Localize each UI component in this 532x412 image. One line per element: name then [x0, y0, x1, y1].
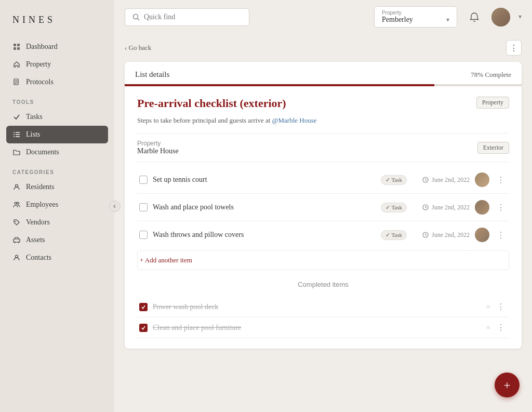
sidebar-item-dashboard[interactable]: Dashboard	[6, 38, 108, 56]
sidebar-item-lists-label: Lists	[26, 130, 40, 139]
app-logo: NINES	[0, 0, 114, 38]
property-selector[interactable]: Property Pemberley ▾	[374, 6, 457, 28]
content: ‹ Go back ⋮ List details 78% Complete Pr…	[114, 34, 532, 412]
clock-icon	[422, 204, 429, 210]
sidebar-item-residents[interactable]: Residents	[6, 178, 108, 196]
task-row: Set up tennis court ✓ Task June 2nd, 202…	[137, 166, 509, 194]
sidebar-item-tasks[interactable]: Tasks	[6, 108, 108, 126]
task-badge-2: ✓ Task	[381, 203, 407, 212]
checklist-property-tag: Property	[476, 97, 509, 109]
clock-icon	[422, 232, 429, 238]
task-avatar-2	[475, 200, 489, 215]
task-checkbox-3[interactable]	[139, 231, 148, 239]
task-checkbox-1[interactable]	[139, 176, 148, 184]
sidebar-item-assets[interactable]: Assets	[6, 231, 108, 249]
completed-more-button-2[interactable]: ⋮	[495, 323, 507, 333]
sidebar-categories-nav: Residents Employees Vendors Assets Conta…	[0, 178, 114, 267]
task-avatar-3	[475, 228, 489, 242]
add-item-label: + Add another item	[140, 256, 192, 264]
task-row: Wash and place pool towels ✓ Task June 2…	[137, 194, 509, 221]
checklist-body: Pre-arrival checklist (exterior) Propert…	[125, 86, 522, 349]
sidebar-item-residents-label: Residents	[26, 183, 54, 191]
task-row: Wash throws and pillow covers ✓ Task Jun…	[137, 221, 509, 248]
property-meta-value: Marble House	[137, 147, 179, 155]
folder-icon	[12, 148, 21, 156]
search-input[interactable]	[144, 13, 227, 21]
sidebar-item-lists[interactable]: Lists	[6, 126, 108, 143]
sidebar-item-protocols-label: Protocols	[26, 78, 54, 86]
completed-more-button-1[interactable]: ⋮	[495, 302, 507, 312]
sidebar-item-contacts[interactable]: Contacts	[6, 249, 108, 267]
task-more-button-1[interactable]: ⋮	[495, 175, 507, 185]
person-icon	[12, 183, 21, 191]
completed-header: Completed items	[137, 272, 509, 297]
property-meta-label: Property	[137, 140, 179, 147]
task-badge-1: ✓ Task	[381, 175, 407, 185]
search-icon	[132, 14, 140, 21]
svg-rect-18	[14, 239, 20, 242]
completed-checkbox-1[interactable]	[139, 303, 148, 311]
sidebar-item-assets-label: Assets	[26, 236, 45, 244]
drag-handle-icon-2: ≡	[486, 324, 490, 332]
sidebar-item-property[interactable]: Property	[6, 56, 108, 73]
tools-section-label: TOOLS	[0, 91, 114, 108]
sidebar-item-contacts-label: Contacts	[26, 254, 51, 262]
checklist-meta: Property Marble House Exterior	[137, 133, 509, 162]
sidebar-item-tasks-label: Tasks	[26, 113, 43, 121]
checklist-card: List details 78% Complete Pre-arrival ch…	[125, 62, 522, 349]
back-button[interactable]: ‹ Go back	[125, 44, 151, 52]
sidebar-collapse-button[interactable]	[109, 201, 121, 212]
property-selector-label: Property	[382, 10, 449, 16]
svg-point-22	[134, 14, 138, 19]
topbar: Property Pemberley ▾ ▾	[114, 0, 532, 34]
task-name-3: Wash throws and pillow covers	[153, 231, 376, 239]
task-date-text-3: June 2nd, 2022	[432, 231, 470, 239]
checklist-meta-left: Property Marble House	[137, 140, 179, 155]
fab-icon: +	[503, 378, 511, 392]
tag-icon	[12, 218, 21, 227]
list-icon	[12, 130, 21, 139]
task-list: Set up tennis court ✓ Task June 2nd, 202…	[137, 166, 509, 248]
completed-actions-1: ≡ ⋮	[486, 302, 507, 312]
sidebar-item-employees[interactable]: Employees	[6, 196, 108, 214]
file-icon	[12, 78, 21, 86]
sidebar-item-vendors-label: Vendors	[26, 218, 50, 227]
completed-name-1: Power wash pool deck	[153, 303, 481, 311]
task-name-2: Wash and place pool towels	[153, 203, 376, 211]
svg-point-17	[15, 221, 16, 222]
notification-bell-icon[interactable]	[466, 8, 483, 26]
svg-rect-3	[17, 47, 20, 50]
sidebar-item-vendors[interactable]: Vendors	[6, 214, 108, 231]
list-details-tab[interactable]: List details	[135, 70, 169, 79]
completed-actions-2: ≡ ⋮	[486, 323, 507, 333]
avatar-chevron-icon: ▾	[518, 13, 522, 21]
exterior-tag: Exterior	[477, 142, 509, 154]
completed-list: Power wash pool deck ≡ ⋮ Clean and place…	[137, 297, 509, 338]
sidebar-item-documents[interactable]: Documents	[6, 143, 108, 161]
more-options-button[interactable]: ⋮	[506, 40, 522, 56]
task-date-1: June 2nd, 2022	[422, 176, 470, 184]
task-more-button-3[interactable]: ⋮	[495, 230, 507, 240]
add-item-button[interactable]: + Add another item	[137, 250, 509, 270]
checklist-title: Pre-arrival checklist (exterior)	[137, 97, 286, 110]
completed-item-row: Clean and place pool furniture ≡ ⋮	[137, 317, 509, 338]
fab-button[interactable]: +	[495, 373, 520, 397]
property-selector-value: Pemberley	[382, 16, 413, 24]
task-checkbox-2[interactable]	[139, 203, 148, 211]
svg-rect-2	[14, 47, 16, 50]
svg-line-23	[138, 18, 140, 20]
avatar[interactable]	[491, 8, 510, 26]
search-box[interactable]	[125, 8, 249, 26]
sidebar-item-protocols[interactable]: Protocols	[6, 73, 108, 91]
svg-rect-1	[17, 44, 20, 46]
checklist-subtitle-link[interactable]: @Marble House	[272, 116, 317, 124]
breadcrumb: ‹ Go back ⋮	[125, 34, 522, 62]
check-icon	[12, 113, 21, 121]
completed-checkbox-2[interactable]	[139, 324, 148, 332]
task-more-button-2[interactable]: ⋮	[495, 203, 507, 212]
task-date-2: June 2nd, 2022	[422, 204, 470, 211]
sidebar-item-employees-label: Employees	[26, 201, 58, 209]
svg-point-16	[17, 202, 19, 204]
car-icon	[12, 236, 21, 244]
sidebar-nav: Dashboard Property Protocols	[0, 38, 114, 91]
